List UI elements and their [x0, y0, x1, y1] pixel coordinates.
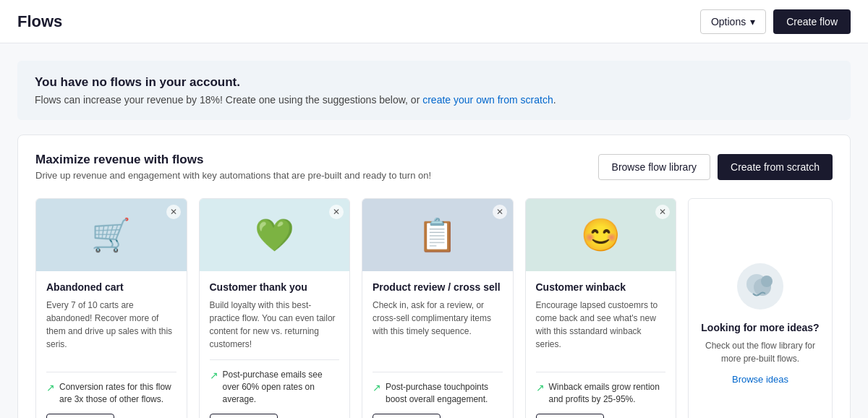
flow-cards-grid: 🛒 ✕ Abandoned cart Every 7 of 10 carts a… [35, 198, 833, 418]
flows-card-header-text: Maximize revenue with flows Drive up rev… [35, 153, 431, 181]
trend-up-icon: ↗ [536, 381, 545, 396]
close-card-abandoned-cart[interactable]: ✕ [166, 205, 181, 219]
flow-card-body: Customer winback Encourage lapsed custoe… [526, 271, 676, 418]
flow-card-image: 😊 ✕ [526, 199, 676, 271]
stat-text: Conversion rates for this flow are 3x th… [59, 381, 176, 406]
page-header: Flows Options ▾ Create flow [0, 0, 868, 43]
page-content: You have no flows in your account. Flows… [0, 43, 868, 418]
create-flow-button[interactable]: Create flow [773, 9, 851, 34]
flows-card-header: Maximize revenue with flows Drive up rev… [35, 153, 833, 181]
close-card-product-review[interactable]: ✕ [493, 205, 507, 219]
stat-text: Post-purchase touchpoints boost overall … [386, 381, 503, 406]
flows-card-subheading: Drive up revenue and engagement with key… [35, 170, 431, 181]
flows-card: Maximize revenue with flows Drive up rev… [17, 135, 851, 418]
trend-up-icon: ↗ [46, 381, 55, 396]
flow-card-customer-thank-you: 💚 ✕ Customer thank you Build loyalty wit… [199, 198, 351, 418]
heart-icon: 💚 [255, 216, 294, 254]
flow-card-description: Every 7 of 10 carts are abandoned! Recov… [46, 299, 176, 363]
divider [46, 372, 176, 372]
divider [536, 372, 666, 372]
ideas-icon [735, 261, 786, 312]
ideas-description: Check out the flow library for more pre-… [700, 339, 820, 365]
flow-card-body: Abandoned cart Every 7 of 10 carts are a… [36, 271, 187, 418]
flow-card-body: Customer thank you Build loyalty with th… [200, 271, 350, 418]
flows-card-header-actions: Browse flow library Create from scratch [598, 154, 833, 180]
close-card-customer-thank-you[interactable]: ✕ [329, 205, 344, 219]
flow-card-stat: ↗ Conversion rates for this flow are 3x … [46, 381, 176, 406]
divider [210, 359, 340, 360]
flow-card-title: Customer thank you [210, 281, 340, 293]
get-started-product-review[interactable]: Get started [373, 414, 441, 418]
flow-card-body: Product review / cross sell Check in, as… [362, 271, 513, 418]
flow-card-image: 📋 ✕ [362, 199, 513, 271]
close-card-customer-winback[interactable]: ✕ [655, 205, 670, 219]
trend-up-icon: ↗ [210, 369, 218, 383]
empty-state-heading: You have no flows in your account. [35, 75, 833, 90]
divider [373, 372, 503, 372]
empty-state-banner: You have no flows in your account. Flows… [17, 61, 851, 120]
flow-card-description: Check in, ask for a review, or cross-sel… [373, 299, 503, 363]
flow-card-stat: ↗ Post-purchase emails see over 60% open… [210, 369, 340, 405]
create-from-scratch-button[interactable]: Create from scratch [718, 154, 833, 180]
flow-card-product-review: 📋 ✕ Product review / cross sell Check in… [362, 198, 514, 418]
flow-card-customer-winback: 😊 ✕ Customer winback Encourage lapsed cu… [525, 198, 677, 418]
ideas-panel: Looking for more ideas? Check out the fl… [688, 198, 833, 418]
get-started-abandoned-cart[interactable]: Get started [46, 414, 114, 418]
flow-card-title: Customer winback [536, 281, 666, 293]
flow-card-stat: ↗ Post-purchase touchpoints boost overal… [373, 381, 503, 406]
flow-card-stat: ↗ Winback emails grow rention and profit… [536, 381, 666, 406]
cart-icon: 🛒 [91, 216, 131, 254]
flow-card-title: Product review / cross sell [373, 281, 503, 293]
empty-state-description: Flows can increase your revenue by 18%! … [35, 94, 833, 106]
options-label: Options [711, 16, 746, 27]
page-title: Flows [17, 12, 62, 31]
ideas-heading: Looking for more ideas? [701, 322, 819, 333]
flow-card-image: 🛒 ✕ [36, 199, 187, 271]
flows-card-heading: Maximize revenue with flows [35, 153, 431, 167]
stat-text: Post-purchase emails see over 60% open r… [223, 369, 340, 405]
create-from-scratch-link[interactable]: create your own from scratch [422, 94, 553, 106]
flow-card-abandoned-cart: 🛒 ✕ Abandoned cart Every 7 of 10 carts a… [35, 198, 187, 418]
winback-icon: 😊 [581, 216, 621, 254]
browse-flow-library-button[interactable]: Browse flow library [598, 154, 710, 180]
options-button[interactable]: Options ▾ [700, 9, 766, 34]
trend-up-icon: ↗ [373, 381, 381, 396]
flow-card-image: 💚 ✕ [200, 199, 350, 271]
flow-card-title: Abandoned cart [46, 281, 176, 293]
flow-card-description: Build loyalty with this best-practice fl… [210, 299, 340, 351]
svg-point-3 [761, 276, 773, 287]
browse-ideas-link[interactable]: Browse ideas [732, 374, 788, 385]
flow-card-description: Encourage lapsed custoemrs to come back … [536, 299, 666, 363]
stat-text: Winback emails grow rention and profits … [549, 381, 666, 406]
get-started-customer-winback[interactable]: Get started [536, 414, 604, 418]
header-actions: Options ▾ Create flow [700, 9, 851, 34]
get-started-customer-thank-you[interactable]: Get started [210, 414, 278, 418]
review-icon: 📋 [417, 216, 457, 254]
chevron-down-icon: ▾ [750, 16, 755, 27]
